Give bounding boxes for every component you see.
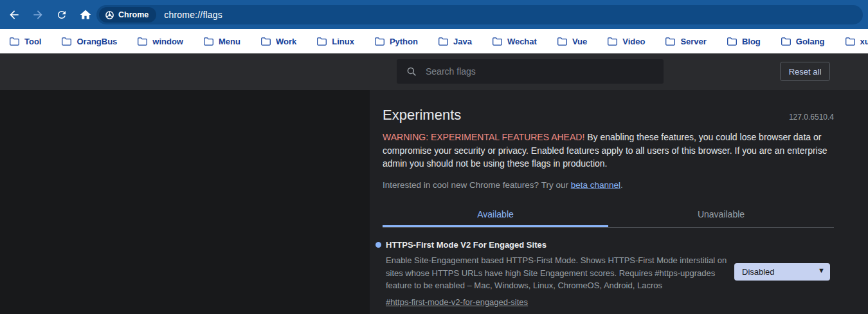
bookmark-label: Wechat xyxy=(507,37,537,46)
search-input[interactable] xyxy=(424,66,664,77)
tab-available[interactable]: Available xyxy=(383,204,608,227)
bookmark-folder-python[interactable]: Python xyxy=(374,37,418,46)
bookmark-folder-window[interactable]: window xyxy=(137,37,183,46)
warning-highlight: WARNING: EXPERIMENTAL FEATURES AHEAD! xyxy=(383,132,584,142)
version-label: 127.0.6510.4 xyxy=(789,113,834,122)
forward-button[interactable] xyxy=(27,4,49,26)
availability-tabs: Available Unavailable xyxy=(383,204,834,228)
home-button[interactable] xyxy=(75,4,96,26)
left-panel-spacer xyxy=(0,90,370,314)
folder-icon xyxy=(61,37,72,46)
site-info-label: Chrome xyxy=(118,10,149,19)
flag-name: HTTPS-First Mode V2 For Engaged Sites xyxy=(386,240,834,250)
bookmark-label: Golang xyxy=(796,37,825,46)
flag-bullet-dot xyxy=(375,242,381,248)
bookmark-folder-video[interactable]: Video xyxy=(607,37,645,46)
bookmark-folder-linux[interactable]: Linux xyxy=(316,37,354,46)
bookmark-label: Work xyxy=(276,37,296,46)
back-icon xyxy=(8,8,21,21)
folder-icon xyxy=(374,37,385,46)
bookmark-folder-vue[interactable]: Vue xyxy=(557,37,587,46)
flags-page-header: Reset all xyxy=(0,53,868,90)
bookmark-label: Vue xyxy=(572,37,587,46)
folder-icon xyxy=(203,37,214,46)
flags-search-box[interactable] xyxy=(397,59,664,84)
search-icon xyxy=(406,66,417,77)
bookmark-folder-work[interactable]: Work xyxy=(260,37,296,46)
bookmark-label: Python xyxy=(390,37,418,46)
bookmark-label: OrangBus xyxy=(77,37,117,46)
bookmark-folder-wechat[interactable]: Wechat xyxy=(492,37,537,46)
warning-banner: WARNING: EXPERIMENTAL FEATURES AHEAD! By… xyxy=(383,131,833,171)
beta-channel-link[interactable]: beta channel xyxy=(571,180,620,190)
folder-icon xyxy=(557,37,568,46)
bookmark-label: Tool xyxy=(24,37,41,46)
flag-permalink[interactable]: #https-first-mode-v2-for-engaged-sites xyxy=(386,297,528,307)
folder-icon xyxy=(845,37,856,46)
bookmark-label: Blog xyxy=(742,37,761,46)
bookmark-label: Video xyxy=(622,37,645,46)
flag-entry: HTTPS-First Mode V2 For Engaged Sites En… xyxy=(386,240,834,308)
bookmark-folder-server[interactable]: Server xyxy=(665,37,706,46)
bookmark-folder-blog[interactable]: Blog xyxy=(727,37,761,46)
page-title: Experiments xyxy=(383,107,461,124)
bookmark-label: Java xyxy=(453,37,472,46)
beta-promo-line: Interested in cool new Chrome features? … xyxy=(383,180,623,190)
bookmark-folder-java[interactable]: Java xyxy=(438,37,472,46)
bookmark-folder-orangbus[interactable]: OrangBus xyxy=(61,37,117,46)
folder-icon xyxy=(727,37,737,46)
forward-icon xyxy=(32,8,44,21)
bookmark-label: Menu xyxy=(219,37,240,46)
flag-description: Enable Site-Engagement based HTTPS-First… xyxy=(386,254,728,292)
bookmark-label: Linux xyxy=(332,37,354,46)
refresh-button[interactable] xyxy=(51,4,73,26)
bookmark-label: Server xyxy=(680,37,706,46)
flag-state-select[interactable]: Disabled xyxy=(734,263,830,281)
reset-all-button[interactable]: Reset all xyxy=(780,62,830,81)
bookmark-folder-xuekatu[interactable]: xuekatu xyxy=(845,37,868,46)
tab-unavailable[interactable]: Unavailable xyxy=(608,204,834,227)
bookmarks-bar: Tool OrangBus window Menu Work Linux Pyt… xyxy=(0,29,868,53)
promo-suffix: . xyxy=(620,180,623,190)
folder-icon xyxy=(438,37,449,46)
flags-main-area: Experiments 127.0.6510.4 WARNING: EXPERI… xyxy=(0,90,868,314)
browser-toolbar: Chrome chrome://flags xyxy=(0,0,868,29)
chrome-logo-icon xyxy=(105,10,114,20)
bookmark-label: xuekatu xyxy=(860,37,868,46)
bookmark-folder-tool[interactable]: Tool xyxy=(9,37,41,46)
folder-icon xyxy=(9,37,20,46)
folder-icon xyxy=(492,37,503,46)
folder-icon xyxy=(781,37,791,46)
address-bar[interactable]: Chrome chrome://flags xyxy=(96,5,863,24)
folder-icon xyxy=(665,37,676,46)
promo-text: Interested in cool new Chrome features? … xyxy=(383,180,571,190)
refresh-icon xyxy=(56,9,68,21)
experiments-content: Experiments 127.0.6510.4 WARNING: EXPERI… xyxy=(383,90,834,314)
folder-icon xyxy=(316,37,327,46)
folder-icon xyxy=(260,37,271,46)
home-icon xyxy=(79,8,92,21)
folder-icon xyxy=(607,37,618,46)
bookmark-folder-golang[interactable]: Golang xyxy=(781,37,825,46)
bookmark-label: window xyxy=(152,37,183,46)
bookmark-folder-menu[interactable]: Menu xyxy=(203,37,240,46)
site-info-chip[interactable]: Chrome xyxy=(99,7,156,23)
back-button[interactable] xyxy=(3,4,25,26)
folder-icon xyxy=(137,37,148,46)
url-text: chrome://flags xyxy=(164,10,222,20)
